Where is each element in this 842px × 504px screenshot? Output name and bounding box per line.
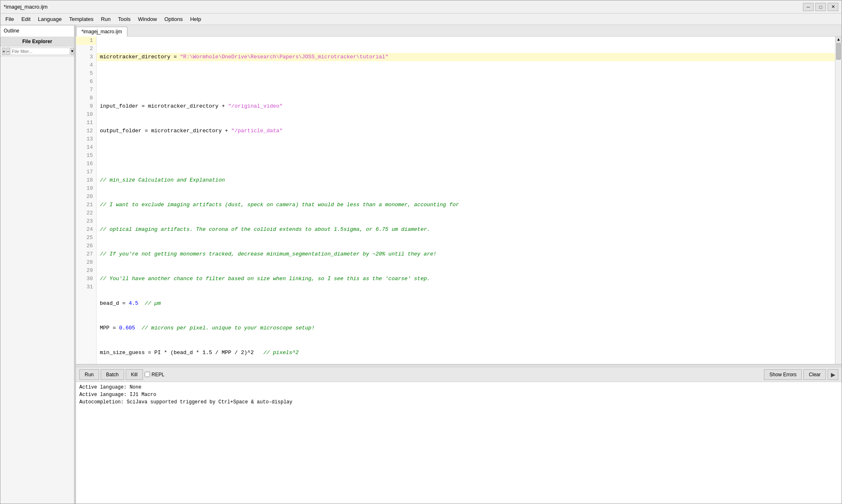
line-num-28: 28 (76, 258, 96, 267)
menu-window[interactable]: Window (135, 15, 160, 23)
code-line-13: min_size_guess = PI * (bead_d * 1.5 / MP… (97, 349, 835, 357)
menu-language[interactable]: Language (35, 15, 65, 23)
code-area[interactable]: 1 2 3 4 5 6 7 8 9 10 11 12 13 14 (76, 37, 842, 364)
line-num-9: 9 (76, 102, 96, 110)
scroll-up-button[interactable]: ▲ (835, 37, 842, 42)
line-num-15: 15 (76, 152, 96, 160)
tab-bar: *imagej_macro.ijm (76, 25, 842, 37)
output-line-1: Active language: None (79, 384, 838, 391)
title-bar: *imagej_macro.ijm ─ □ ✕ (0, 0, 842, 14)
line-num-30: 30 (76, 275, 96, 283)
kill-button[interactable]: Kill (126, 369, 143, 380)
line-num-6: 6 (76, 78, 96, 86)
code-line-2 (97, 78, 835, 86)
line-num-16: 16 (76, 160, 96, 168)
line-num-21: 21 (76, 201, 96, 209)
menu-bar: File Edit Language Templates Run Tools W… (0, 14, 842, 25)
line-num-13: 13 (76, 135, 96, 143)
sidebar: Outline File Explorer + − ▾ (0, 25, 74, 504)
line-num-14: 14 (76, 143, 96, 152)
line-num-25: 25 (76, 234, 96, 242)
menu-tools[interactable]: Tools (115, 15, 134, 23)
line-num-12: 12 (76, 127, 96, 135)
line-num-10: 10 (76, 110, 96, 119)
line-num-31: 31 (76, 283, 96, 291)
line-num-11: 11 (76, 119, 96, 127)
code-line-3: input_folder = microtracker_directory + … (97, 102, 835, 110)
code-line-1: microtracker_directory = "R:\Wormhole\On… (97, 53, 835, 61)
code-line-11: bead_d = 4.5 // µm (97, 299, 835, 308)
window-controls: ─ □ ✕ (803, 3, 838, 11)
code-line-8: // optical imaging artifacts. The corona… (97, 226, 835, 234)
vertical-scrollbar[interactable]: ▲ (835, 37, 842, 364)
line-num-7: 7 (76, 86, 96, 94)
line-numbers: 1 2 3 4 5 6 7 8 9 10 11 12 13 14 (76, 37, 97, 364)
line-num-23: 23 (76, 217, 96, 226)
code-line-9: // If you're not getting monomers tracke… (97, 250, 835, 258)
menu-edit[interactable]: Edit (18, 15, 34, 23)
editor-tab-macro[interactable]: *imagej_macro.ijm (76, 27, 127, 37)
bottom-panel: Run Batch Kill REPL Show Errors (76, 364, 842, 504)
line-num-20: 20 (76, 193, 96, 201)
line-num-27: 27 (76, 250, 96, 258)
repl-checkbox-label[interactable]: REPL (145, 372, 164, 377)
code-editor-wrapper: 1 2 3 4 5 6 7 8 9 10 11 12 13 14 (76, 37, 842, 364)
main-content: Outline File Explorer + − ▾ *imagej_macr… (0, 25, 842, 504)
line-num-1: 1 (76, 37, 96, 45)
repl-checkbox-input[interactable] (145, 372, 150, 377)
line-num-3: 3 (76, 53, 96, 61)
code-content[interactable]: microtracker_directory = "R:\Wormhole\On… (97, 37, 835, 364)
show-errors-button[interactable]: Show Errors (764, 369, 802, 380)
editor-area: *imagej_macro.ijm 1 2 3 4 5 6 7 8 (76, 25, 842, 504)
window-title: *imagej_macro.ijm (4, 4, 803, 10)
line-num-5: 5 (76, 69, 96, 78)
menu-templates[interactable]: Templates (66, 15, 97, 23)
line-num-4: 4 (76, 61, 96, 69)
line-num-24: 24 (76, 226, 96, 234)
maximize-button[interactable]: □ (815, 3, 826, 11)
run-button[interactable]: Run (79, 369, 99, 380)
scroll-thumb[interactable] (836, 43, 841, 60)
line-num-29: 29 (76, 267, 96, 275)
code-line-12: MPP = 0.605 // microns per pixel. unique… (97, 324, 835, 332)
sidebar-toolbar: + − ▾ (0, 46, 74, 56)
menu-file[interactable]: File (2, 15, 17, 23)
code-line-5 (97, 152, 835, 160)
line-num-19: 19 (76, 184, 96, 193)
sidebar-header: File Explorer (0, 37, 74, 46)
file-filter-input[interactable] (11, 48, 70, 55)
sidebar-options-button[interactable]: ▾ (71, 48, 74, 55)
clear-button[interactable]: Clear (803, 369, 826, 380)
menu-run[interactable]: Run (97, 15, 114, 23)
menu-help[interactable]: Help (187, 15, 205, 23)
line-num-2: 2 (76, 45, 96, 53)
sidebar-tab-outline[interactable]: Outline (0, 25, 74, 37)
line-num-22: 22 (76, 209, 96, 217)
line-num-17: 17 (76, 168, 96, 176)
batch-button[interactable]: Batch (101, 369, 124, 380)
minimize-button[interactable]: ─ (803, 3, 814, 11)
output-line-3: Autocompletion: SciJava supported trigge… (79, 398, 838, 406)
output-line-2: Active language: IJ1 Macro (79, 391, 838, 398)
code-line-4: output_folder = microtracker_directory +… (97, 127, 835, 135)
sidebar-remove-button[interactable]: − (6, 48, 9, 55)
menu-options[interactable]: Options (161, 15, 186, 23)
line-num-18: 18 (76, 176, 96, 184)
panel-run-icon-button[interactable]: ▶ (828, 369, 838, 380)
code-line-6: // min_size Calculation and Explanation (97, 176, 835, 184)
close-button[interactable]: ✕ (828, 3, 838, 11)
line-num-8: 8 (76, 94, 96, 102)
panel-toolbar: Run Batch Kill REPL Show Errors (76, 367, 842, 382)
panel-output: Active language: None Active language: I… (76, 382, 842, 504)
code-line-10: // You'll have another chance to filter … (97, 275, 835, 283)
sidebar-add-button[interactable]: + (2, 48, 5, 55)
code-line-7: // I want to exclude imaging artifacts (… (97, 201, 835, 209)
line-num-26: 26 (76, 242, 96, 250)
main-window: *imagej_macro.ijm ─ □ ✕ File Edit Langua… (0, 0, 842, 504)
